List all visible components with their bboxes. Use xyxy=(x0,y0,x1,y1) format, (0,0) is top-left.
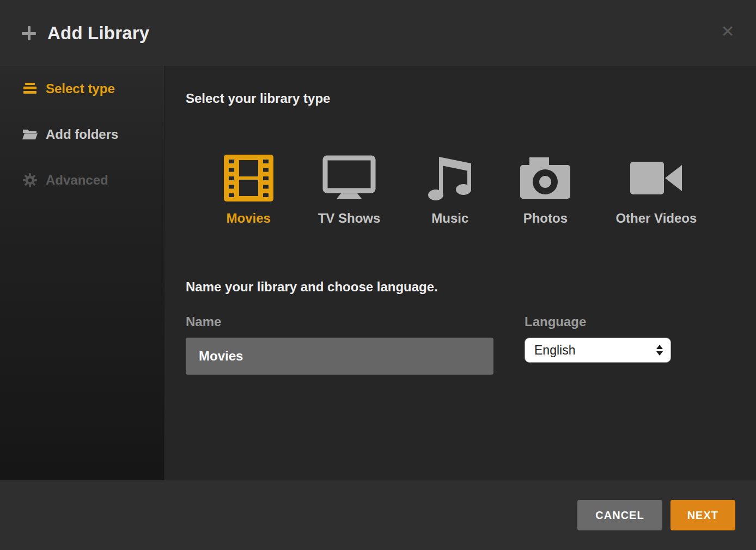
add-library-dialog: Add Library ✕ Select type Add folders xyxy=(0,0,756,550)
language-select[interactable]: English xyxy=(525,338,671,363)
library-type-label: Movies xyxy=(227,211,271,226)
select-type-list-icon xyxy=(22,81,38,96)
fields-row: Name Language English xyxy=(186,314,756,375)
video-camera-icon xyxy=(630,154,683,202)
name-label: Name xyxy=(186,314,493,329)
close-button[interactable]: ✕ xyxy=(716,20,740,44)
sidebar-item-advanced: Advanced xyxy=(0,157,164,203)
film-strip-icon xyxy=(224,154,273,202)
library-type-tv-shows[interactable]: TV Shows xyxy=(318,154,381,226)
gear-icon xyxy=(22,173,38,188)
language-select-value: English xyxy=(534,343,575,358)
library-type-label: Other Videos xyxy=(615,211,697,226)
sidebar: Select type Add folders xyxy=(0,66,164,480)
sidebar-item-select-type[interactable]: Select type xyxy=(0,66,164,112)
sidebar-item-add-folders[interactable]: Add folders xyxy=(0,112,164,157)
music-notes-icon xyxy=(425,154,475,202)
library-name-input[interactable] xyxy=(186,338,493,375)
open-folder-icon xyxy=(22,127,38,142)
library-type-photos[interactable]: Photos xyxy=(520,154,571,226)
select-stepper-arrows-icon xyxy=(656,344,663,356)
name-field-group: Name xyxy=(186,314,493,375)
library-type-movies[interactable]: Movies xyxy=(224,154,273,226)
dialog-header: Add Library ✕ xyxy=(0,0,756,66)
dialog-title: Add Library xyxy=(47,23,149,44)
cancel-button[interactable]: CANCEL xyxy=(577,500,662,530)
next-button[interactable]: NEXT xyxy=(670,500,735,530)
language-label: Language xyxy=(525,314,671,329)
library-type-label: Photos xyxy=(523,211,568,226)
tv-monitor-icon xyxy=(322,154,376,202)
sidebar-item-label: Add folders xyxy=(46,127,118,142)
dialog-footer: CANCEL NEXT xyxy=(0,480,756,550)
main-panel: Select your library type Movies xyxy=(164,66,756,480)
sidebar-item-label: Select type xyxy=(46,81,115,96)
name-section-heading: Name your library and choose language. xyxy=(186,279,756,295)
library-type-label: Music xyxy=(431,211,468,226)
section-title: Select your library type xyxy=(186,91,756,106)
plus-icon xyxy=(21,25,37,41)
library-type-row: Movies TV Shows xyxy=(164,154,756,226)
camera-icon xyxy=(520,154,571,202)
sidebar-item-label: Advanced xyxy=(46,173,108,188)
library-type-label: TV Shows xyxy=(318,211,381,226)
library-type-music[interactable]: Music xyxy=(425,154,475,226)
language-field-group: Language English xyxy=(525,314,671,363)
library-type-other-videos[interactable]: Other Videos xyxy=(615,154,697,226)
